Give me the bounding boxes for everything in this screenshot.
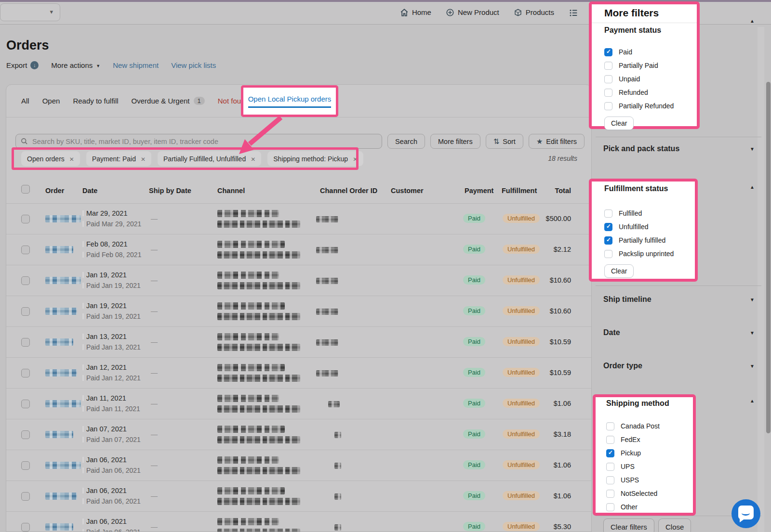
checkbox[interactable] bbox=[604, 223, 612, 231]
filter-chip[interactable]: Payment: Paid bbox=[86, 151, 151, 166]
checkbox[interactable] bbox=[606, 436, 614, 444]
checkbox[interactable] bbox=[604, 250, 612, 258]
filter-option[interactable]: Paid bbox=[604, 45, 692, 59]
checkbox[interactable] bbox=[604, 102, 612, 110]
filter-chip[interactable]: Shipping method: Pickup bbox=[267, 151, 363, 166]
more-actions-button[interactable]: More actions bbox=[51, 61, 100, 69]
redacted-order-id[interactable] bbox=[45, 369, 77, 376]
collapse-icon-payment-status[interactable] bbox=[750, 18, 755, 24]
tab[interactable]: Open bbox=[42, 97, 60, 105]
checkbox[interactable] bbox=[604, 48, 612, 56]
filter-option[interactable]: Unpaid bbox=[604, 72, 692, 86]
clear-filters-button[interactable]: Clear filters bbox=[603, 519, 654, 532]
row-checkbox[interactable] bbox=[21, 523, 30, 532]
row-checkbox[interactable] bbox=[21, 430, 30, 439]
new-shipment-link[interactable]: New shipment bbox=[113, 61, 159, 69]
checkbox[interactable] bbox=[604, 236, 612, 245]
collapse-icon-fulfillment-status[interactable] bbox=[750, 184, 755, 190]
filter-option[interactable]: UPS bbox=[606, 460, 688, 473]
redacted-order-id[interactable] bbox=[45, 462, 81, 469]
store-selector-dropdown[interactable] bbox=[0, 3, 60, 21]
row-checkbox[interactable] bbox=[21, 492, 30, 501]
remove-filter-icon[interactable] bbox=[141, 155, 146, 163]
filter-option[interactable]: Pickup bbox=[606, 446, 688, 460]
export-button[interactable]: Export bbox=[6, 61, 39, 69]
view-pick-lists-link[interactable]: View pick lists bbox=[171, 61, 216, 69]
filter-option[interactable]: Canada Post bbox=[606, 419, 688, 433]
section-date[interactable]: Date bbox=[603, 328, 620, 337]
filter-chip[interactable]: Open orders bbox=[21, 151, 80, 166]
filter-option[interactable]: Refunded bbox=[604, 86, 692, 99]
tab[interactable]: All bbox=[21, 97, 29, 105]
redacted-order-id[interactable] bbox=[45, 400, 81, 407]
filter-option[interactable]: NotSelected bbox=[606, 487, 688, 500]
sort-button[interactable]: Sort bbox=[486, 134, 523, 149]
remove-filter-icon[interactable] bbox=[251, 155, 255, 163]
chat-widget-button[interactable] bbox=[731, 499, 760, 528]
redacted-order-id[interactable] bbox=[45, 246, 73, 253]
clear-fulfillment-status-button[interactable]: Clear bbox=[604, 264, 634, 278]
filter-option[interactable]: Partially Refunded bbox=[604, 99, 692, 113]
redacted-order-id[interactable] bbox=[45, 493, 77, 500]
redacted-order-id[interactable] bbox=[45, 338, 73, 346]
expand-icon-pick-and-pack[interactable] bbox=[750, 146, 755, 152]
row-checkbox[interactable] bbox=[21, 369, 30, 377]
expand-icon-ship-timeline[interactable] bbox=[750, 297, 755, 302]
row-checkbox[interactable] bbox=[21, 276, 30, 285]
section-ship-timeline[interactable]: Ship timeline bbox=[603, 295, 651, 304]
checkbox[interactable] bbox=[604, 62, 612, 70]
redacted-order-id[interactable] bbox=[45, 277, 81, 284]
select-all-checkbox[interactable] bbox=[21, 185, 30, 194]
checkbox[interactable] bbox=[606, 503, 614, 511]
nav-products[interactable]: Products bbox=[514, 8, 554, 17]
section-pick-and-pack-status[interactable]: Pick and pack status bbox=[603, 144, 679, 153]
redacted-order-id[interactable] bbox=[45, 215, 81, 222]
expand-icon-date[interactable] bbox=[750, 330, 755, 336]
section-order-type[interactable]: Order type bbox=[603, 362, 642, 370]
tab[interactable]: Overdue & Urgent 1 bbox=[132, 97, 205, 105]
filter-option[interactable]: USPS bbox=[606, 473, 688, 487]
checkbox[interactable] bbox=[606, 449, 614, 457]
tab-open-local-pickup-orders[interactable]: Open Local Pickup orders bbox=[248, 95, 332, 108]
edit-filters-button[interactable]: Edit filters bbox=[529, 134, 585, 149]
filter-option[interactable]: Unfulfilled bbox=[604, 220, 690, 234]
row-checkbox[interactable] bbox=[21, 307, 30, 316]
search-button[interactable]: Search bbox=[387, 134, 425, 149]
row-checkbox[interactable] bbox=[21, 246, 30, 254]
tab[interactable]: Ready to fulfill bbox=[73, 97, 118, 105]
filter-option[interactable]: Fulfilled bbox=[604, 207, 690, 220]
filter-option[interactable]: Partially Paid bbox=[604, 59, 692, 72]
filter-option[interactable]: FedEx bbox=[606, 433, 688, 446]
row-checkbox[interactable] bbox=[21, 215, 30, 223]
search-input[interactable] bbox=[15, 134, 382, 149]
redacted-order-id[interactable] bbox=[45, 523, 73, 531]
section-payment-status[interactable]: Payment status bbox=[604, 26, 692, 35]
clear-payment-status-button[interactable]: Clear bbox=[604, 117, 634, 130]
row-checkbox[interactable] bbox=[21, 400, 30, 408]
close-panel-button[interactable]: Close bbox=[658, 519, 691, 532]
checkbox[interactable] bbox=[604, 75, 612, 83]
redacted-order-id[interactable] bbox=[45, 308, 77, 315]
panel-scrollbar-track[interactable] bbox=[758, 27, 764, 532]
checkbox[interactable] bbox=[606, 463, 614, 471]
nav-new-product[interactable]: New Product bbox=[446, 8, 499, 17]
checkbox[interactable] bbox=[604, 89, 612, 97]
remove-filter-icon[interactable] bbox=[353, 155, 358, 163]
section-fulfillment-status[interactable]: Fulfillment status bbox=[604, 184, 690, 193]
filter-option[interactable]: Packslip unprinted bbox=[604, 247, 690, 260]
checkbox[interactable] bbox=[604, 209, 612, 218]
row-checkbox[interactable] bbox=[21, 461, 30, 470]
checkbox[interactable] bbox=[606, 476, 614, 484]
nav-more-menu[interactable] bbox=[569, 8, 578, 17]
row-checkbox[interactable] bbox=[21, 338, 30, 347]
expand-icon-order-type[interactable] bbox=[750, 363, 755, 369]
filter-option[interactable]: Partially fulfilled bbox=[604, 234, 690, 247]
checkbox[interactable] bbox=[606, 490, 614, 498]
filter-chip[interactable]: Partially Fulfilled, Unfulfilled bbox=[158, 151, 261, 166]
checkbox[interactable] bbox=[606, 422, 614, 430]
more-filters-button[interactable]: More filters bbox=[430, 134, 480, 149]
remove-filter-icon[interactable] bbox=[69, 155, 74, 163]
collapse-icon-shipping-method[interactable] bbox=[750, 398, 755, 403]
filter-option[interactable]: Other bbox=[606, 500, 688, 514]
page-scrollbar-thumb[interactable] bbox=[766, 82, 771, 433]
